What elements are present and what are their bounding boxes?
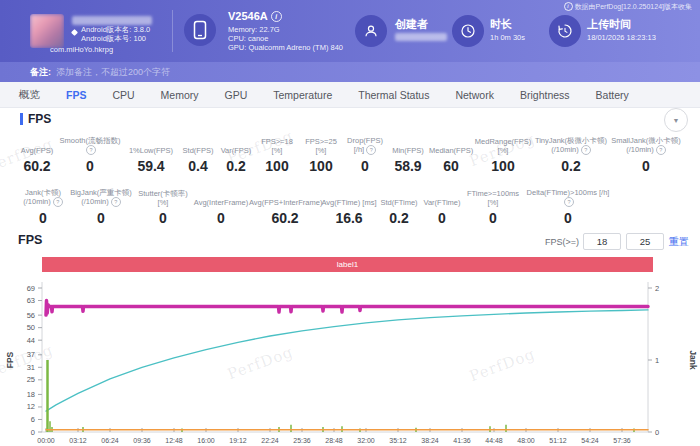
stat-cell: MedRange(FPS)[%]100 [473, 136, 533, 174]
y-right-tick: 2 [655, 284, 659, 293]
series-fps [46, 301, 648, 316]
stat-cell: SmallJank(微小卡顿)(/10min)?0 [609, 136, 683, 174]
stat-cell: Jank(卡顿)(/10min)?0 [17, 188, 69, 226]
stat-label: FTime>=100ms [%] [463, 188, 523, 207]
stat-label: 1%Low(FPS) [123, 136, 179, 155]
android-icon [71, 29, 78, 36]
stat-label: Median(FPS) [429, 136, 473, 155]
stat-label: BigJank(严重卡顿)(/10min)? [69, 188, 133, 207]
collect-version-note: i数据由PerfDog[12.0.250124]版本收集 [564, 2, 693, 12]
tab-fps[interactable]: FPS [53, 82, 99, 107]
help-icon[interactable]: ? [564, 197, 574, 207]
tab-temperature[interactable]: Temperature [260, 82, 345, 107]
x-tick: 44:48 [485, 437, 503, 444]
x-tick: 38:24 [421, 437, 439, 444]
help-icon[interactable]: ? [111, 197, 121, 207]
creator-name-redacted [395, 33, 447, 41]
device-model: V2546Ai [228, 10, 282, 22]
stat-label: Std(FPS) [179, 136, 217, 155]
stat-cell: Min(FPS)58.9 [387, 136, 429, 174]
x-tick: 32:00 [357, 437, 375, 444]
stat-value: 60.2 [249, 210, 321, 226]
tab-network[interactable]: Network [442, 82, 507, 107]
y-left-tick: 6 [31, 415, 35, 424]
stat-cell: Var(FPS)0.2 [217, 136, 255, 174]
y-left-tick: 25 [27, 375, 35, 384]
tab-概览[interactable]: 概览 [6, 82, 53, 107]
fps-chart[interactable]: 061218253137445056636901200:0003:1206:24… [0, 274, 700, 446]
help-icon[interactable]: ? [656, 145, 666, 155]
stat-value: 0 [609, 158, 683, 174]
help-icon[interactable]: ? [53, 197, 63, 207]
y-right-axis-title: Jank [688, 350, 698, 370]
stat-cell: Avg(FPS+InterFrame)60.2 [249, 188, 321, 226]
y-right-tick: 0 [655, 428, 659, 437]
device-info-icon[interactable]: i [271, 11, 282, 22]
x-tick: 19:12 [229, 437, 247, 444]
stat-value: 0 [463, 210, 523, 226]
section-title: FPS [28, 112, 51, 126]
x-tick: 48:00 [517, 437, 535, 444]
y-left-tick: 31 [27, 363, 35, 372]
device-cpu: CPU: canoe [228, 34, 268, 43]
stat-label: Std(FTime) [377, 188, 421, 207]
collapse-section-button[interactable]: ▼ [664, 108, 688, 132]
stat-label: Drop(FPS) [/h]? [343, 136, 387, 155]
section-header: FPS [20, 112, 51, 126]
stat-label: Delta(FTime)>100ms [/h]? [523, 188, 613, 207]
tab-bar: 概览FPSCPUMemoryGPUTemperatureThermal Stat… [0, 82, 700, 108]
note-label: 备注: [30, 66, 51, 79]
duration-value: 1h 0m 30s [490, 33, 525, 42]
stat-cell: FTime>=100ms [%]0 [463, 188, 523, 226]
creator-icon [355, 15, 387, 47]
stat-value: 0.2 [217, 158, 255, 174]
x-tick: 28:48 [325, 437, 343, 444]
stat-value: 0 [421, 210, 463, 226]
app-avatar [30, 14, 64, 48]
y-left-tick: 18 [27, 390, 35, 399]
chart-range-bar-label: label1 [337, 260, 358, 269]
tab-brightness[interactable]: Brightness [507, 82, 583, 107]
y-right-tick: 1 [655, 356, 659, 365]
chart-range-bar[interactable]: label1 [42, 257, 653, 272]
tab-battery[interactable]: Battery [583, 82, 642, 107]
tab-thermal-status[interactable]: Thermal Status [345, 82, 442, 107]
stat-value: 0 [193, 210, 249, 226]
tab-gpu[interactable]: GPU [212, 82, 261, 107]
stat-value: 0.2 [377, 210, 421, 226]
device-gpu: GPU: Qualcomm Adreno (TM) 840 [228, 43, 343, 52]
stat-label: Min(FPS) [387, 136, 429, 155]
stat-value: 100 [473, 158, 533, 174]
note-bar[interactable]: 备注: 添加备注，不超过200个字符 [0, 62, 700, 82]
stat-cell: 1%Low(FPS)59.4 [123, 136, 179, 174]
fps-chart-svg[interactable]: 061218253137445056636901200:0003:1206:24… [0, 274, 700, 446]
tab-memory[interactable]: Memory [148, 82, 212, 107]
phone-icon [184, 14, 216, 46]
stat-value: 0 [17, 210, 69, 226]
fps-threshold-input-2[interactable] [626, 233, 664, 250]
tab-cpu[interactable]: CPU [99, 82, 147, 107]
stat-value: 0 [69, 210, 133, 226]
y-left-tick: 37 [27, 350, 35, 359]
device-memory: Memory: 22.7G [228, 25, 280, 34]
stat-value: 0.2 [533, 158, 609, 174]
stat-value: 100 [255, 158, 299, 174]
duration-label: 时长 [490, 17, 512, 32]
fps-filter: FPS(>=) 重置 [545, 233, 689, 250]
stat-cell: Median(FPS)60 [429, 136, 473, 174]
help-icon[interactable]: ? [581, 145, 591, 155]
fps-threshold-input-1[interactable] [583, 233, 621, 250]
x-tick: 22:24 [261, 437, 279, 444]
help-icon[interactable]: ? [366, 145, 376, 155]
stat-cell: Std(FTime)0.2 [377, 188, 421, 226]
y-left-axis-title: FPS [5, 351, 15, 368]
upload-time-label: 上传时间 [587, 17, 631, 32]
stat-label: Avg(FPS+InterFrame) [249, 188, 321, 207]
stat-label: Avg(FTime) [ms] [321, 188, 377, 207]
y-left-tick: 12 [27, 402, 35, 411]
reset-button[interactable]: 重置 [669, 235, 689, 249]
stat-cell: Avg(InterFrame)0 [193, 188, 249, 226]
help-icon[interactable]: ? [86, 145, 96, 155]
stat-value: 0 [523, 210, 613, 226]
stat-label: Var(FPS) [217, 136, 255, 155]
